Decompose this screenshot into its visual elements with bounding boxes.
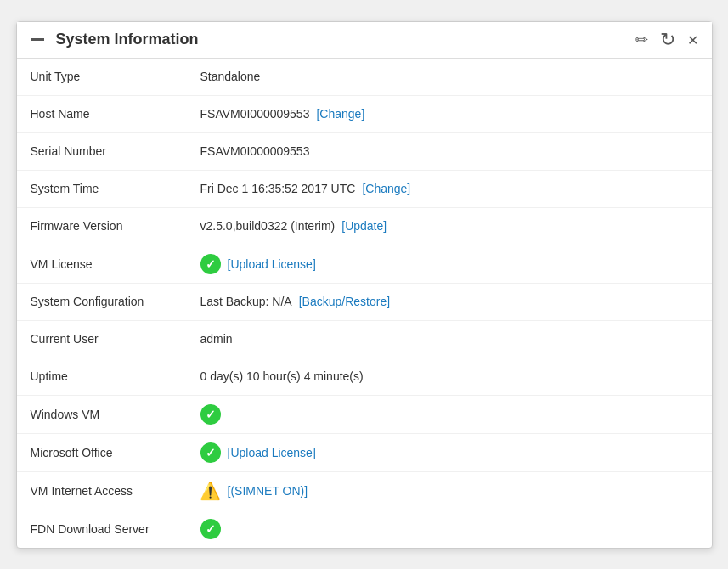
table-row: Firmware Versionv2.5.0,build0322 (Interi…: [17, 208, 712, 245]
check-icon: ✓: [200, 442, 221, 463]
check-icon: ✓: [200, 404, 221, 425]
panel-title: System Information: [56, 31, 199, 48]
row-value: FSAVM0I000009553[Change]: [200, 107, 698, 121]
row-label: Current User: [31, 332, 200, 346]
action-link[interactable]: [Upload License]: [228, 446, 316, 459]
row-label: Uptime: [31, 369, 200, 383]
row-label: Firmware Version: [31, 219, 200, 233]
row-value: ⚠️[(SIMNET ON)]: [200, 481, 698, 501]
action-link[interactable]: [Upload License]: [228, 257, 316, 271]
action-link[interactable]: [Change]: [362, 182, 410, 195]
value-text: Standalone: [200, 70, 261, 83]
table-row: Windows VM✓: [17, 396, 712, 434]
value-text: FSAVM0I000009553: [200, 107, 310, 121]
panel-header: System Information: [17, 22, 712, 59]
value-text: v2.5.0,build0322 (Interim): [200, 219, 336, 233]
row-label: System Time: [31, 182, 200, 195]
row-label: System Configuration: [31, 295, 200, 308]
table-row: VM License✓[Upload License]: [17, 245, 712, 284]
table-row: FDN Download Server✓: [17, 510, 712, 548]
row-label: Serial Number: [31, 144, 200, 158]
row-label: Microsoft Office: [31, 446, 200, 459]
check-icon: ✓: [200, 254, 221, 274]
table-row: Host NameFSAVM0I000009553[Change]: [17, 96, 712, 133]
row-label: VM Internet Access: [31, 484, 200, 498]
value-text: admin: [200, 332, 233, 346]
value-text: FSAVM0I000009553: [200, 144, 310, 158]
close-button[interactable]: [687, 32, 698, 48]
row-value: 0 day(s) 10 hour(s) 4 minute(s): [200, 369, 698, 383]
table-row: Serial NumberFSAVM0I000009553: [17, 133, 712, 171]
edit-button[interactable]: [635, 32, 648, 48]
table-row: Uptime0 day(s) 10 hour(s) 4 minute(s): [17, 358, 712, 396]
action-link[interactable]: [Change]: [316, 107, 364, 121]
panel-body: Unit TypeStandaloneHost NameFSAVM0I00000…: [17, 59, 712, 548]
check-icon: ✓: [200, 519, 221, 539]
system-information-panel: System Information Unit TypeStandaloneHo…: [16, 21, 713, 549]
row-value: ✓: [200, 519, 698, 539]
row-value: Fri Dec 1 16:35:52 2017 UTC[Change]: [200, 182, 698, 195]
row-value: admin: [200, 332, 698, 346]
collapse-dash-icon: [31, 38, 44, 41]
row-value: v2.5.0,build0322 (Interim)[Update]: [200, 219, 698, 233]
value-text: 0 day(s) 10 hour(s) 4 minute(s): [200, 369, 364, 383]
row-label: Unit Type: [31, 70, 200, 83]
table-row: VM Internet Access⚠️[(SIMNET ON)]: [17, 472, 712, 510]
value-text: Last Backup: N/A: [200, 295, 292, 308]
header-left: System Information: [31, 31, 199, 48]
row-value: ✓[Upload License]: [200, 442, 698, 463]
table-row: Unit TypeStandalone: [17, 59, 712, 96]
row-value: FSAVM0I000009553: [200, 144, 698, 158]
table-row: Current Useradmin: [17, 321, 712, 358]
table-row: Microsoft Office✓[Upload License]: [17, 434, 712, 472]
row-value: Last Backup: N/A[Backup/Restore]: [200, 295, 698, 308]
row-value: Standalone: [200, 70, 698, 83]
row-value: ✓: [200, 404, 698, 425]
row-label: Windows VM: [31, 408, 200, 421]
row-label: FDN Download Server: [31, 522, 200, 536]
header-actions: [635, 31, 698, 49]
action-link[interactable]: [Update]: [341, 219, 387, 233]
table-row: System ConfigurationLast Backup: N/A[Bac…: [17, 284, 712, 321]
row-value: ✓[Upload License]: [200, 254, 698, 274]
value-text: Fri Dec 1 16:35:52 2017 UTC: [200, 182, 356, 195]
warning-icon: ⚠️: [200, 481, 221, 501]
action-link[interactable]: [Backup/Restore]: [299, 295, 390, 308]
row-label: VM License: [31, 257, 200, 271]
action-link[interactable]: [(SIMNET ON)]: [228, 484, 308, 498]
row-label: Host Name: [31, 107, 200, 121]
table-row: System TimeFri Dec 1 16:35:52 2017 UTC[C…: [17, 171, 712, 208]
refresh-button[interactable]: [660, 31, 675, 49]
